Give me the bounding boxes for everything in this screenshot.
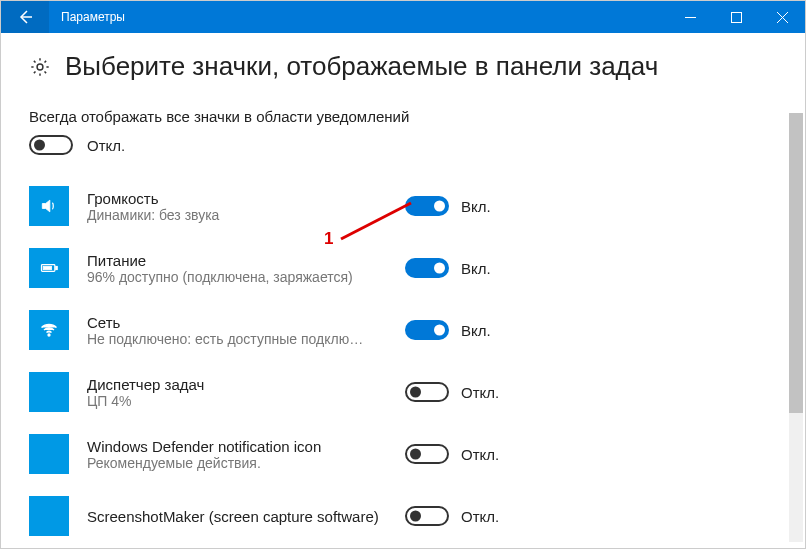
- item-text: Питание96% доступно (подключена, заряжае…: [87, 252, 387, 285]
- page-title: Выберите значки, отображаемые в панели з…: [65, 51, 658, 82]
- titlebar: Параметры: [1, 1, 805, 33]
- close-button[interactable]: [759, 1, 805, 33]
- item-toggle[interactable]: [405, 196, 449, 216]
- blank-icon: [29, 434, 69, 474]
- list-item: СетьНе подключено: есть доступные подклю…: [29, 301, 777, 359]
- back-button[interactable]: [1, 1, 49, 33]
- toggle-wrap: Вкл.: [405, 320, 491, 340]
- close-icon: [777, 12, 788, 23]
- blank-icon: [29, 496, 69, 536]
- list-item: ГромкостьДинамики: без звукаВкл.: [29, 177, 777, 235]
- toggle-wrap: Вкл.: [405, 196, 491, 216]
- item-subtitle: 96% доступно (подключена, заряжается): [87, 269, 387, 285]
- scrollbar-thumb[interactable]: [789, 113, 803, 413]
- svg-rect-4: [56, 266, 58, 269]
- item-subtitle: ЦП 4%: [87, 393, 387, 409]
- minimize-button[interactable]: [667, 1, 713, 33]
- item-toggle[interactable]: [405, 258, 449, 278]
- item-toggle[interactable]: [405, 444, 449, 464]
- item-subtitle: Динамики: без звука: [87, 207, 387, 223]
- window-title: Параметры: [49, 10, 667, 24]
- arrow-left-icon: [17, 9, 33, 25]
- content-area: Выберите значки, отображаемые в панели з…: [1, 33, 805, 548]
- svg-rect-5: [43, 266, 51, 269]
- toggle-state-label: Вкл.: [461, 260, 491, 277]
- item-title: Диспетчер задач: [87, 376, 387, 393]
- item-text: ГромкостьДинамики: без звука: [87, 190, 387, 223]
- all-icons-label: Всегда отображать все значки в области у…: [29, 108, 777, 125]
- item-title: Громкость: [87, 190, 387, 207]
- toggle-state-label: Откл.: [461, 508, 499, 525]
- list-item: Диспетчер задачЦП 4%Откл.: [29, 363, 777, 421]
- svg-rect-0: [685, 17, 696, 18]
- gear-icon: [29, 56, 51, 78]
- item-title: Питание: [87, 252, 387, 269]
- svg-point-6: [48, 334, 50, 336]
- page-heading-row: Выберите значки, отображаемые в панели з…: [29, 51, 777, 82]
- toggle-state-label: Откл.: [461, 384, 499, 401]
- master-toggle-state: Откл.: [87, 137, 125, 154]
- list-item: Питание96% доступно (подключена, заряжае…: [29, 239, 777, 297]
- toggle-state-label: Вкл.: [461, 198, 491, 215]
- maximize-icon: [731, 12, 742, 23]
- list-item: Windows Defender notification iconРекоме…: [29, 425, 777, 483]
- toggle-wrap: Вкл.: [405, 258, 491, 278]
- item-toggle[interactable]: [405, 382, 449, 402]
- list-item: ScreenshotMaker (screen capture software…: [29, 487, 777, 545]
- toggle-wrap: Откл.: [405, 444, 499, 464]
- svg-point-2: [37, 64, 43, 70]
- toggle-state-label: Вкл.: [461, 322, 491, 339]
- volume-icon: [29, 186, 69, 226]
- blank-icon: [29, 372, 69, 412]
- master-toggle-row: Откл.: [29, 135, 777, 155]
- item-text: Windows Defender notification iconРекоме…: [87, 438, 387, 471]
- items-list: ГромкостьДинамики: без звукаВкл.Питание9…: [29, 177, 777, 545]
- minimize-icon: [685, 12, 696, 23]
- item-toggle[interactable]: [405, 320, 449, 340]
- wifi-icon: [29, 310, 69, 350]
- item-subtitle: Рекомендуемые действия.: [87, 455, 387, 471]
- item-text: ScreenshotMaker (screen capture software…: [87, 508, 387, 525]
- maximize-button[interactable]: [713, 1, 759, 33]
- item-text: СетьНе подключено: есть доступные подклю…: [87, 314, 387, 347]
- battery-icon: [29, 248, 69, 288]
- toggle-state-label: Откл.: [461, 446, 499, 463]
- svg-rect-1: [731, 12, 741, 22]
- item-toggle[interactable]: [405, 506, 449, 526]
- toggle-wrap: Откл.: [405, 382, 499, 402]
- item-title: Сеть: [87, 314, 387, 331]
- toggle-wrap: Откл.: [405, 506, 499, 526]
- item-title: ScreenshotMaker (screen capture software…: [87, 508, 387, 525]
- item-title: Windows Defender notification icon: [87, 438, 387, 455]
- item-text: Диспетчер задачЦП 4%: [87, 376, 387, 409]
- master-toggle[interactable]: [29, 135, 73, 155]
- item-subtitle: Не подключено: есть доступные подклю…: [87, 331, 387, 347]
